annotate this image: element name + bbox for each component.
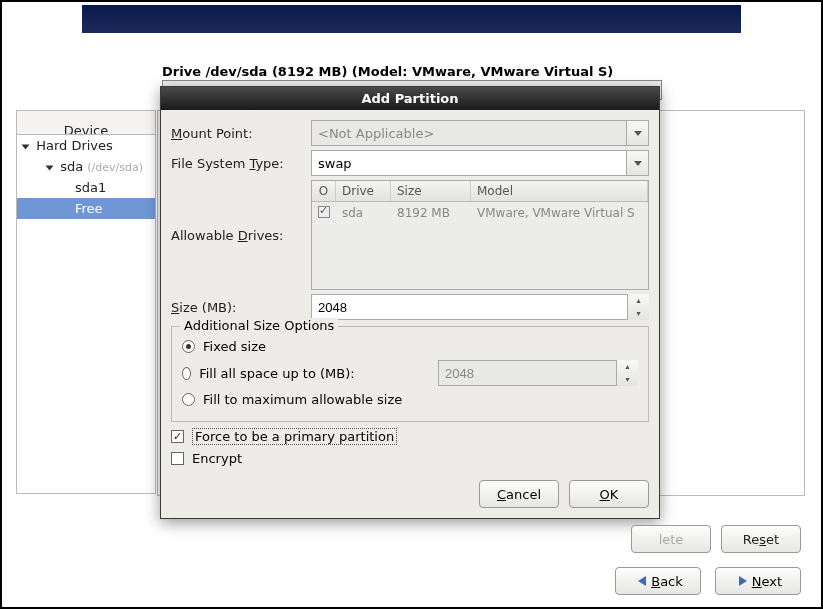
additional-size-options: Additional Size Options Fixed size Fill …: [171, 326, 649, 422]
tree-label: sda: [60, 159, 83, 174]
fs-type-label: File System Type:: [171, 156, 311, 171]
device-tree[interactable]: Hard Drives sda (/dev/sda) sda1 Free: [16, 134, 156, 494]
tree-label: Hard Drives: [36, 138, 113, 153]
encrypt-label: Encrypt: [192, 451, 242, 466]
fill-up-to-spinner: ▴▾: [438, 360, 638, 386]
encrypt-check-row[interactable]: Encrypt: [171, 451, 649, 466]
size-spinner[interactable]: ▴▾: [311, 294, 649, 320]
mount-point-value: <Not Applicable>: [318, 126, 434, 141]
drives-header-size: Size: [391, 181, 471, 201]
mount-point-combo: <Not Applicable>: [311, 120, 649, 146]
force-primary-label: Force to be a primary partition: [192, 428, 397, 445]
allowable-drives-label: Allowable Drives:: [171, 228, 311, 243]
drives-header-row: O Drive Size Model: [312, 181, 648, 202]
arrow-left-icon: [638, 576, 646, 586]
chevron-down-icon: [626, 121, 648, 145]
radio-icon[interactable]: [182, 340, 195, 353]
cancel-button[interactable]: Cancel: [479, 480, 559, 508]
tree-row-sda1[interactable]: sda1: [17, 177, 155, 198]
radio-fill-up-to[interactable]: Fill all space up to (MB): ▴▾: [182, 360, 638, 386]
tree-label: Free: [75, 201, 103, 216]
allowable-drives-list[interactable]: O Drive Size Model sda 8192 MB VMware, V…: [311, 180, 649, 290]
installer-header: [82, 5, 741, 33]
reset-button[interactable]: Reset: [721, 525, 801, 553]
radio-icon[interactable]: [182, 393, 195, 406]
drive-summary-label: Drive /dev/sda (8192 MB) (Model: VMware,…: [162, 64, 613, 79]
drives-header-drive: Drive: [336, 181, 391, 201]
drive-model: VMware, VMware Virtual S: [471, 206, 648, 221]
disclosure-icon: [46, 165, 54, 170]
main-action-buttons: lete Reset: [631, 525, 801, 553]
fs-type-value: swap: [318, 156, 352, 171]
fill-up-to-input: [438, 360, 638, 386]
fs-type-combo[interactable]: swap: [311, 150, 649, 176]
force-primary-checkbox[interactable]: [171, 430, 184, 443]
ok-button[interactable]: OK: [569, 480, 649, 508]
tree-row-free[interactable]: Free: [17, 198, 155, 219]
drives-header-model: Model: [471, 181, 648, 201]
spinner-arrows[interactable]: ▴▾: [627, 294, 649, 320]
tree-disk-path: (/dev/sda): [87, 161, 143, 174]
drives-row[interactable]: sda 8192 MB VMware, VMware Virtual S: [312, 202, 648, 225]
back-button[interactable]: Back: [615, 567, 701, 595]
size-label: Size (MB):: [171, 300, 311, 315]
radio-fixed-size[interactable]: Fixed size: [182, 339, 638, 354]
drive-size: 8192 MB: [391, 206, 471, 221]
tree-label: sda1: [75, 180, 106, 195]
next-button[interactable]: Next: [715, 567, 801, 595]
radio-fill-max[interactable]: Fill to maximum allowable size: [182, 392, 638, 407]
encrypt-checkbox[interactable]: [171, 452, 184, 465]
add-partition-dialog: Add Partition Mount Point: <Not Applicab…: [160, 86, 660, 519]
drives-header-check: O: [312, 181, 336, 201]
tree-row-sda[interactable]: sda (/dev/sda): [17, 156, 155, 177]
size-input[interactable]: [311, 294, 649, 320]
additional-size-legend: Additional Size Options: [180, 318, 338, 333]
radio-icon[interactable]: [182, 367, 191, 380]
disclosure-icon: [22, 144, 30, 149]
spinner-arrows: ▴▾: [616, 360, 638, 386]
delete-button[interactable]: lete: [631, 525, 711, 553]
tree-row-hard-drives[interactable]: Hard Drives: [17, 135, 155, 156]
nav-buttons: Back Next: [615, 567, 801, 595]
chevron-down-icon[interactable]: [626, 151, 648, 175]
dialog-title: Add Partition: [161, 87, 659, 110]
force-primary-check-row[interactable]: Force to be a primary partition: [171, 428, 649, 445]
arrow-right-icon: [739, 576, 747, 586]
mount-point-label: Mount Point:: [171, 126, 311, 141]
drive-checkbox[interactable]: [318, 206, 330, 218]
drive-name: sda: [336, 206, 391, 221]
